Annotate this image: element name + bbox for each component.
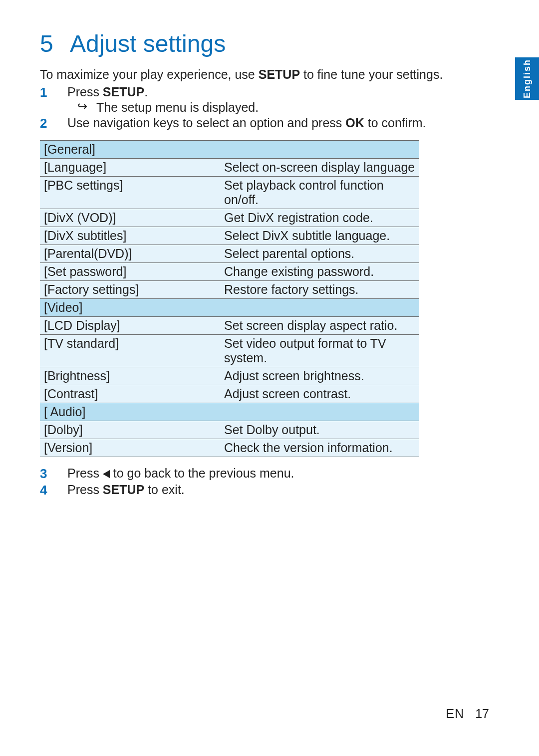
step-bold: SETUP	[103, 483, 144, 497]
section-title: Adjust settings	[70, 30, 226, 57]
step-4: 4 Press SETUP to exit.	[40, 483, 489, 498]
category-label: [Video]	[44, 300, 82, 314]
category-label: [ Audio]	[44, 405, 85, 419]
step-bold: OK	[345, 116, 364, 130]
setting-desc: Set screen display aspect ratio.	[224, 318, 397, 332]
table-row: [Language]Select on-screen display langu…	[40, 159, 419, 177]
setting-label: [DivX subtitles]	[44, 229, 126, 243]
settings-table: [General] [Language]Select on-screen dis…	[40, 140, 419, 457]
table-row: [Dolby]Set Dolby output.	[40, 421, 419, 439]
section-heading: 5Adjust settings	[40, 30, 489, 57]
setting-desc: Check the version information.	[224, 441, 393, 455]
language-tab-label: English	[522, 59, 533, 98]
setting-desc: Adjust screen brightness.	[224, 369, 364, 383]
footer-language: EN	[446, 707, 464, 721]
setting-desc: Change existing password.	[224, 264, 374, 278]
intro-text: To maximize your play experience, use SE…	[40, 67, 489, 82]
setting-desc: Adjust screen contrast.	[224, 387, 351, 401]
page-footer: EN17	[446, 707, 489, 721]
table-row: [Version]Check the version information.	[40, 439, 419, 457]
setting-desc: Select DivX subtitle language.	[224, 229, 390, 243]
section-number: 5	[40, 30, 70, 57]
table-row: [TV standard]Set video output format to …	[40, 335, 419, 367]
step-number: 3	[40, 466, 67, 482]
footer-page-number: 17	[475, 707, 489, 721]
step-number: 4	[40, 483, 67, 498]
step-1: 1 Press SETUP. ↪ The setup menu is displ…	[40, 85, 489, 115]
setting-desc: Set Dolby output.	[224, 423, 320, 437]
setting-label: [Dolby]	[44, 423, 83, 437]
setting-label: [TV standard]	[44, 336, 119, 350]
steps-list-top: 1 Press SETUP. ↪ The setup menu is displ…	[40, 85, 489, 131]
language-tab: English	[515, 57, 539, 100]
setting-label: [Parental(DVD)]	[44, 247, 132, 260]
setting-label: [PBC settings]	[44, 178, 123, 192]
step-number: 2	[40, 116, 67, 131]
step-number: 1	[40, 85, 67, 100]
step-sub-text: The setup menu is displayed.	[96, 100, 259, 115]
step-text: Press	[67, 85, 103, 99]
step-body: Press SETUP to exit.	[67, 483, 489, 497]
table-row: [DivX subtitles]Select DivX subtitle lan…	[40, 227, 419, 245]
step-text: to confirm.	[364, 116, 426, 130]
setting-desc: Get DivX registration code.	[224, 211, 373, 225]
table-row: [Contrast]Adjust screen contrast.	[40, 385, 419, 403]
step-3: 3 Press to go back to the previous menu.	[40, 466, 489, 482]
table-row: [Factory settings]Restore factory settin…	[40, 281, 419, 299]
step-text: Press	[67, 466, 103, 480]
table-row: [Set password]Change existing password.	[40, 263, 419, 281]
intro-bold: SETUP	[259, 67, 300, 81]
table-row-category: [General]	[40, 141, 419, 159]
table-row: [Brightness]Adjust screen brightness.	[40, 367, 419, 385]
setting-desc: Select parental options.	[224, 247, 354, 260]
step-text: Press	[67, 483, 103, 497]
step-bold: SETUP	[103, 85, 144, 99]
step-body: Press to go back to the previous menu.	[67, 466, 489, 481]
steps-list-bottom: 3 Press to go back to the previous menu.…	[40, 466, 489, 498]
step-text: Use navigation keys to select an option …	[67, 116, 345, 130]
step-text: to exit.	[144, 483, 185, 497]
setting-label: [Brightness]	[44, 369, 110, 383]
table-row: [LCD Display]Set screen display aspect r…	[40, 317, 419, 335]
table-row-category: [ Audio]	[40, 403, 419, 421]
setting-label: [Version]	[44, 441, 92, 455]
manual-page: English 5Adjust settings To maximize you…	[0, 0, 539, 756]
setting-label: [LCD Display]	[44, 318, 120, 332]
setting-desc: Set video output format to TV system.	[224, 336, 386, 365]
step-text: to go back to the previous menu.	[110, 466, 294, 480]
table-row: [PBC settings]Set playback control funct…	[40, 177, 419, 209]
step-body: Use navigation keys to select an option …	[67, 116, 489, 130]
setting-label: [Language]	[44, 160, 106, 174]
setting-label: [DivX (VOD)]	[44, 211, 116, 225]
table-row-category: [Video]	[40, 299, 419, 317]
setting-label: [Set password]	[44, 264, 126, 278]
intro-pre: To maximize your play experience, use	[40, 67, 259, 81]
setting-desc: Select on-screen display language	[224, 160, 415, 174]
intro-post: to fine tune your settings.	[300, 67, 443, 81]
setting-desc: Restore factory settings.	[224, 282, 359, 296]
result-arrow-icon: ↪	[77, 100, 96, 112]
step-sub: ↪ The setup menu is displayed.	[67, 100, 489, 115]
setting-label: [Factory settings]	[44, 282, 139, 296]
table-row: [Parental(DVD)]Select parental options.	[40, 245, 419, 263]
step-body: Press SETUP. ↪ The setup menu is display…	[67, 85, 489, 115]
table-row: [DivX (VOD)]Get DivX registration code.	[40, 209, 419, 227]
setting-label: [Contrast]	[44, 387, 98, 401]
step-text: .	[144, 85, 148, 99]
setting-desc: Set playback control function on/off.	[224, 178, 384, 207]
left-arrow-icon	[103, 470, 110, 478]
category-label: [General]	[44, 142, 95, 156]
step-2: 2 Use navigation keys to select an optio…	[40, 116, 489, 131]
